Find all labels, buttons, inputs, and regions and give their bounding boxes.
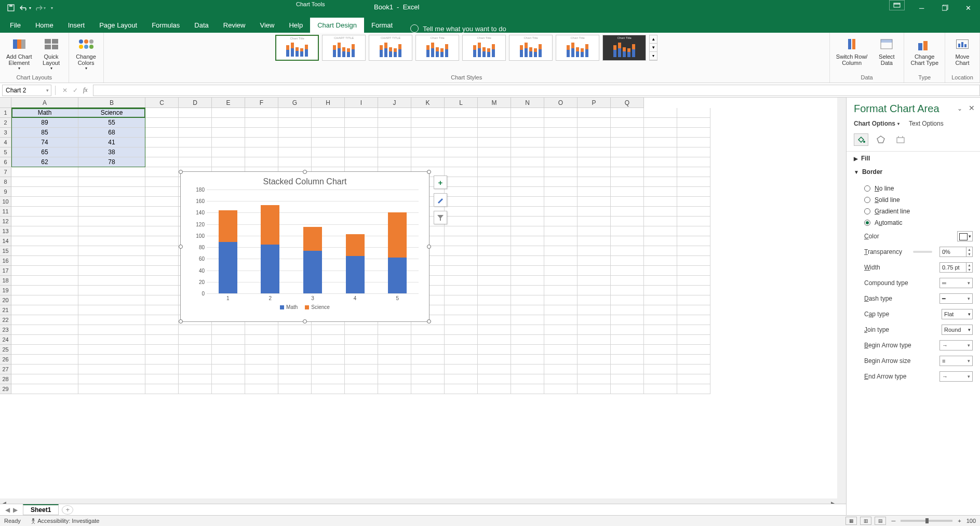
cell[interactable] [611,335,644,345]
cell[interactable] [478,325,511,335]
cell[interactable] [611,266,644,276]
chart-style-7[interactable]: Chart Title [556,35,599,61]
cell[interactable] [578,355,611,365]
cell[interactable] [145,276,179,286]
cell[interactable] [445,266,478,276]
cell[interactable] [345,128,378,138]
cell[interactable] [312,157,345,167]
cell[interactable] [578,256,611,266]
begin-arrow-size-select[interactable]: ≡ [939,356,973,366]
row-header[interactable]: 11 [0,207,11,217]
cell[interactable] [578,157,611,167]
cell[interactable] [445,246,478,256]
select-all-corner[interactable] [0,98,11,108]
cell[interactable] [411,325,445,335]
cell[interactable] [511,118,544,128]
cell[interactable] [278,157,312,167]
cell[interactable] [611,197,644,207]
cell[interactable] [578,147,611,157]
cell-B14[interactable] [78,236,145,246]
cell-B1[interactable]: Science [78,108,145,118]
cell[interactable] [544,365,578,374]
cell[interactable] [677,335,710,345]
bar-group[interactable] [261,205,279,293]
cell[interactable] [611,207,644,217]
cell[interactable] [378,147,411,157]
cell[interactable] [644,217,677,226]
fx-icon[interactable]: fx [83,86,88,94]
cell[interactable] [179,384,212,394]
cell[interactable] [544,286,578,295]
sheet-nav-prev[interactable]: ◀ [5,506,10,514]
width-input[interactable]: 0.75 pt▲▼ [939,262,973,273]
row-header[interactable]: 18 [0,276,11,286]
cell[interactable] [644,305,677,315]
cell-A26[interactable] [11,355,78,365]
cell-A25[interactable] [11,345,78,355]
cell[interactable] [345,157,378,167]
row-header[interactable]: 15 [0,246,11,256]
legend-item-math[interactable]: Math [280,304,298,310]
cell[interactable] [278,147,312,157]
cell[interactable] [245,128,278,138]
cell[interactable] [644,108,677,118]
cell[interactable] [611,276,644,286]
chart-style-6[interactable]: Chart Title [509,35,553,61]
cell[interactable] [378,335,411,345]
cell[interactable] [677,345,710,355]
cell[interactable] [411,365,445,374]
cell[interactable] [345,108,378,118]
cell[interactable] [511,157,544,167]
cell[interactable] [644,246,677,256]
cell[interactable] [179,365,212,374]
dash-type-select[interactable]: ━ [939,293,973,304]
cell[interactable] [611,246,644,256]
cell[interactable] [511,128,544,138]
cell[interactable] [511,345,544,355]
col-header-K[interactable]: K [411,98,445,108]
page-break-view-button[interactable]: ▤ [875,517,886,525]
cell[interactable] [378,108,411,118]
cell[interactable] [511,315,544,325]
col-header-G[interactable]: G [278,98,312,108]
col-header-L[interactable]: L [445,98,478,108]
cell-A8[interactable] [11,177,78,187]
cell[interactable] [145,286,179,295]
cell[interactable] [245,138,278,147]
cell[interactable] [145,157,179,167]
cell[interactable] [478,295,511,305]
embedded-chart[interactable]: Stacked Column Chart 0204060801001201401… [180,171,429,322]
cell[interactable] [511,325,544,335]
cell[interactable] [245,365,278,374]
cell[interactable] [445,226,478,236]
cell[interactable] [445,118,478,128]
cell[interactable] [578,118,611,128]
cell[interactable] [312,138,345,147]
cell[interactable] [611,384,644,394]
move-chart-button[interactable]: Move Chart [949,35,975,67]
transparency-input[interactable]: 0%▲▼ [939,247,973,257]
cell[interactable] [644,128,677,138]
cell-B9[interactable] [78,187,145,197]
cell[interactable] [445,147,478,157]
cell[interactable] [644,147,677,157]
zoom-in-button[interactable]: + [956,518,963,524]
cell[interactable] [478,177,511,187]
row-header[interactable]: 17 [0,266,11,276]
cell[interactable] [611,286,644,295]
cell-B5[interactable]: 38 [78,147,145,157]
col-header-D[interactable]: D [179,98,212,108]
cell[interactable] [544,177,578,187]
cell[interactable] [611,325,644,335]
cell[interactable] [179,108,212,118]
cell[interactable] [312,374,345,384]
effects-tab-icon[interactable] [874,133,888,146]
normal-view-button[interactable]: ▦ [845,517,857,525]
cell-B10[interactable] [78,197,145,207]
cell-B16[interactable] [78,256,145,266]
row-header[interactable]: 24 [0,335,11,345]
cell[interactable] [312,118,345,128]
cell[interactable] [445,335,478,345]
cell[interactable] [145,355,179,365]
col-header-H[interactable]: H [312,98,345,108]
